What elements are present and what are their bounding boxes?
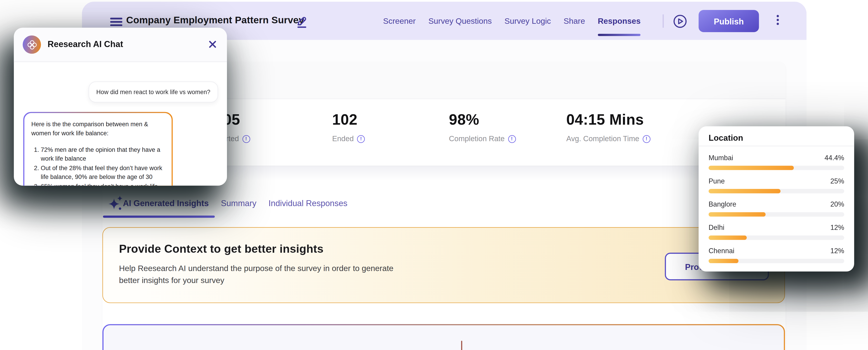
user-question-bubble: How did men react to work life vs women?	[89, 82, 218, 103]
location-bar-track	[709, 259, 844, 263]
nav-responses[interactable]: Responses	[598, 13, 640, 29]
location-rows: Mumbai44.4% Pune25% Banglore20% Delhi12%…	[699, 146, 854, 263]
location-bar-track	[709, 212, 844, 217]
location-title: Location	[709, 133, 743, 143]
stat-completion-rate-value: 98%	[449, 111, 479, 128]
location-value: 12%	[830, 247, 844, 255]
location-bar-fill	[709, 212, 766, 217]
ai-answer-bubble: Here is the the comparison between men &…	[23, 112, 173, 186]
nav-screener[interactable]: Screener	[383, 13, 416, 29]
info-icon[interactable]: !	[357, 135, 365, 143]
edit-pencil-icon[interactable]	[296, 14, 309, 28]
stat-avg-completion-time-label: Avg. Completion Time	[566, 135, 639, 143]
chat-header: Reesearch AI Chat	[14, 28, 227, 62]
chat-title: Reesearch AI Chat	[48, 39, 123, 49]
location-bar-track	[709, 189, 844, 194]
header-divider	[662, 14, 663, 28]
location-value: 20%	[830, 201, 844, 208]
ai-answer-item: 72% men are of the opinion that they hav…	[41, 145, 164, 163]
banner-title: Provide Context to get better insights	[119, 242, 324, 256]
nav-survey-logic[interactable]: Survey Logic	[504, 13, 551, 29]
location-row: Pune25%	[709, 177, 844, 194]
tab-summary[interactable]: Summary	[221, 198, 256, 208]
nav-share[interactable]: Share	[563, 13, 585, 29]
info-icon[interactable]: !	[643, 135, 650, 143]
location-bar-fill	[709, 189, 780, 194]
tab-individual-responses[interactable]: Individual Responses	[269, 198, 347, 208]
location-row: Chennai12%	[709, 247, 844, 263]
location-label: Delhi	[709, 224, 724, 231]
main-nav: Screener Survey Questions Survey Logic S…	[383, 2, 641, 40]
active-tab-indicator	[103, 215, 215, 218]
publish-button[interactable]: Publish	[699, 10, 759, 32]
survey-title: Company Employment Pattern Survey	[126, 14, 304, 26]
close-icon[interactable]	[208, 40, 217, 49]
location-bar-fill	[709, 166, 794, 170]
location-bar-track	[709, 235, 844, 240]
info-icon[interactable]: !	[242, 135, 250, 143]
ai-answer-item: Out of the 28% that feel they don’t have…	[41, 163, 164, 181]
ai-chat-panel: Reesearch AI Chat How did men react to w…	[14, 28, 227, 185]
location-value: 12%	[830, 224, 844, 231]
page: Company Employment Pattern Survey Screen…	[0, 0, 868, 350]
location-bar-track	[709, 166, 844, 170]
ai-sparkle-icon	[108, 195, 124, 211]
stat-completion-rate-label: Completion Rate	[449, 135, 504, 143]
location-label: Mumbai	[709, 154, 733, 162]
location-card: Location Mumbai44.4% Pune25% Banglore20%…	[699, 126, 854, 271]
ai-answer-item: 65% women feel they don’t have a work li…	[41, 181, 164, 185]
location-card-header: Location	[699, 126, 854, 146]
location-value: 44.4%	[825, 154, 844, 162]
reesearch-ai-logo	[23, 35, 41, 54]
gradient-border-box	[102, 324, 785, 350]
active-nav-indicator	[598, 33, 640, 36]
provide-context-banner: Provide Context to get better insights H…	[102, 227, 785, 303]
cursor-caret	[461, 341, 463, 350]
stat-ended-value: 102	[332, 111, 358, 128]
menu-icon[interactable]	[110, 18, 122, 28]
info-icon[interactable]: !	[508, 135, 516, 143]
location-bar-fill	[709, 259, 739, 263]
tab-ai-generated-insights[interactable]: AI Generated Insights	[123, 198, 209, 208]
location-row: Banglore20%	[709, 201, 844, 217]
insights-tabs: AI Generated Insights Summary Individual…	[102, 195, 785, 218]
stat-ended-label: Ended	[332, 135, 354, 143]
ai-answer-intro: Here is the the comparison between men &…	[31, 121, 148, 136]
location-label: Pune	[709, 177, 725, 185]
ai-answer-list: 72% men are of the opinion that they hav…	[31, 145, 165, 186]
location-value: 25%	[830, 177, 844, 185]
location-row: Delhi12%	[709, 224, 844, 240]
location-bar-fill	[709, 235, 747, 240]
stat-avg-completion-time-value: 04:15 Mins	[566, 111, 644, 128]
location-row: Mumbai44.4%	[709, 154, 844, 170]
banner-body: Help Reesearch AI understand the purpose…	[119, 263, 394, 286]
preview-play-button[interactable]	[673, 14, 687, 28]
more-options-icon[interactable]	[774, 15, 782, 25]
location-label: Chennai	[709, 247, 735, 255]
nav-survey-questions[interactable]: Survey Questions	[428, 13, 492, 29]
location-label: Banglore	[709, 201, 737, 208]
